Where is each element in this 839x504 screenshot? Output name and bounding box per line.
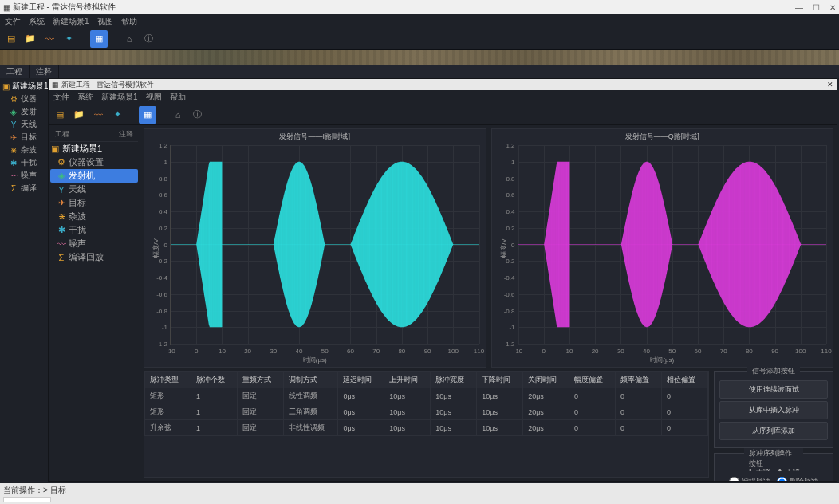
- itb-net-icon[interactable]: ✦: [110, 108, 124, 122]
- tree-item-编译回放[interactable]: Σ编译回放: [50, 250, 138, 264]
- tree-item-目标[interactable]: ✈目标: [2, 131, 45, 144]
- chart-title: 发射信号——Q路[时域]: [492, 129, 833, 144]
- tb-wave-icon[interactable]: 〰: [42, 32, 57, 46]
- tb-info-icon[interactable]: ⓘ: [141, 32, 156, 46]
- btn-insert-pulse[interactable]: 从库中插入脉冲: [719, 401, 828, 419]
- wave-icon: ⋇: [57, 212, 66, 222]
- col-header[interactable]: 脉冲类型: [145, 372, 191, 388]
- window-title: 新建工程 - 雷达信号模拟软件: [13, 2, 116, 13]
- inner-tree-root[interactable]: ▣ 新建场景1: [50, 142, 138, 156]
- gear-icon: ⚙: [57, 158, 66, 167]
- radio-icon: ◈: [57, 171, 66, 181]
- itb-doc-icon[interactable]: ▤: [53, 108, 67, 122]
- plane-icon: ✈: [57, 199, 66, 208]
- menu-scene1[interactable]: 新建场景1: [53, 16, 89, 27]
- tb-home-icon[interactable]: ⌂: [122, 32, 136, 46]
- table-row[interactable]: 矩形1固定线性调频0μs10μs10μs10μs20μs000: [145, 388, 708, 404]
- inner-menubar: 文件 系统 新建场景1 视图 帮助: [49, 90, 837, 104]
- itb-folder-icon[interactable]: 📁: [72, 108, 86, 122]
- tree-item-天线[interactable]: Y天线: [2, 118, 45, 131]
- tree-item-仪器设置[interactable]: ⚙仪器设置: [50, 156, 138, 169]
- menu-help[interactable]: 帮助: [121, 16, 137, 27]
- x-axis-label: 时间(μs): [650, 356, 674, 364]
- inner-tree: 工程 注释 ▣ 新建场景1 ⚙仪器设置◈发射机Y天线✈目标⋇杂波✱干扰〰噪声Σ编…: [49, 125, 140, 481]
- col-header[interactable]: 频率偏置: [616, 372, 662, 388]
- itb-wave-icon[interactable]: 〰: [91, 108, 105, 122]
- satellite-strip: [0, 49, 839, 65]
- col-header[interactable]: 调制方式: [283, 372, 338, 388]
- menu-system[interactable]: 系统: [29, 16, 45, 27]
- app-icon: ▦: [3, 3, 10, 12]
- tree-item-发射[interactable]: ◈发射: [2, 105, 45, 118]
- tree-item-干扰[interactable]: ✱干扰: [2, 156, 45, 169]
- col-header[interactable]: 相位偏置: [661, 372, 707, 388]
- tb-folder-icon[interactable]: 📁: [23, 32, 37, 46]
- btn-add-seq[interactable]: 从序列库添加: [719, 422, 828, 440]
- tree-item-仪器[interactable]: ⚙仪器: [2, 93, 45, 105]
- inner-menu-system[interactable]: 系统: [77, 92, 93, 103]
- tab-project[interactable]: 工程: [0, 65, 30, 78]
- plane-icon: ✈: [9, 132, 18, 142]
- gear-icon: ⚙: [9, 94, 18, 104]
- inner-window-title: 新建工程 - 雷达信号模拟软件: [61, 80, 154, 90]
- col-header[interactable]: 幅度偏置: [569, 372, 616, 388]
- col-header[interactable]: 重频方式: [237, 372, 283, 388]
- menu-file[interactable]: 文件: [5, 16, 21, 27]
- radio-delete-pulse[interactable]: 删除脉冲: [777, 477, 818, 481]
- tree-item-编译[interactable]: Σ编译: [2, 182, 45, 195]
- col-header[interactable]: 下降时间: [477, 372, 523, 388]
- itb-home-icon[interactable]: ⌂: [171, 108, 185, 122]
- maximize-icon[interactable]: ☐: [813, 3, 820, 12]
- outer-panel-tabs: 工程 注释: [0, 65, 839, 78]
- inner-menu-help[interactable]: 帮助: [170, 92, 186, 103]
- outer-toolbar: ▤ 📁 〰 ✦ ▦ ⌂ ⓘ: [0, 29, 839, 49]
- tb-grid-icon[interactable]: ▦: [90, 30, 108, 48]
- tree-item-发射机[interactable]: ◈发射机: [50, 169, 138, 183]
- chart-i[interactable]: 发射信号——I路[时域]幅度/V-1.2-1-0.8-0.6-0.4-0.200…: [144, 128, 486, 368]
- table-row[interactable]: 升余弦1固定非线性调频0μs10μs10μs10μs20μs000: [145, 420, 708, 436]
- tree-item-杂波[interactable]: ⋇杂波: [2, 144, 45, 156]
- table-row[interactable]: 矩形1固定三角调频0μs10μs10μs10μs20μs000: [145, 404, 708, 420]
- tree-item-噪声[interactable]: 〰噪声: [50, 237, 138, 250]
- col-header[interactable]: 上升时间: [384, 372, 431, 388]
- col-header[interactable]: 脉冲个数: [191, 372, 237, 388]
- inner-close-icon[interactable]: ✕: [827, 81, 833, 89]
- noise-icon: 〰: [57, 239, 66, 249]
- close-icon[interactable]: ✕: [829, 3, 836, 12]
- tree-item-目标[interactable]: ✈目标: [50, 196, 138, 210]
- col-header[interactable]: 脉冲宽度: [431, 372, 477, 388]
- inner-tab-project[interactable]: 工程: [50, 128, 74, 141]
- tree-item-干扰[interactable]: ✱干扰: [50, 223, 138, 237]
- minimize-icon[interactable]: —: [795, 3, 803, 12]
- outer-tree: ▣ 新建场景1 ⚙仪器◈发射Y天线✈目标⋇杂波✱干扰〰噪声Σ编译: [0, 78, 48, 483]
- inner-menu-scene1[interactable]: 新建场景1: [101, 92, 138, 103]
- col-header[interactable]: 延迟时间: [338, 372, 384, 388]
- tb-net-icon[interactable]: ✦: [61, 32, 76, 46]
- itb-grid-icon[interactable]: ▦: [139, 106, 156, 124]
- chart-title: 发射信号——I路[时域]: [144, 129, 486, 144]
- status-input[interactable]: [3, 497, 51, 502]
- tree-root[interactable]: ▣ 新建场景1: [2, 80, 45, 93]
- inner-tab-notes[interactable]: 注释: [114, 128, 138, 141]
- app-icon: ▦: [52, 81, 59, 89]
- plot-area: -1.2-1-0.8-0.6-0.4-0.200.20.40.60.811.2-…: [518, 145, 827, 345]
- radio-edit-pulse[interactable]: 编辑脉冲: [729, 477, 770, 481]
- x-axis-label: 时间(μs): [303, 356, 327, 364]
- tree-item-天线[interactable]: Y天线: [50, 183, 138, 196]
- btn-use-cw[interactable]: 使用连续波面试: [719, 380, 828, 399]
- tab-notes[interactable]: 注释: [30, 65, 59, 78]
- antenna-icon: Y: [57, 185, 66, 195]
- inner-menu-file[interactable]: 文件: [53, 92, 69, 103]
- menu-view[interactable]: 视图: [97, 16, 113, 27]
- outer-menubar: 文件 系统 新建场景1 视图 帮助: [0, 14, 839, 29]
- plot-area: -1.2-1-0.8-0.6-0.4-0.200.20.40.60.811.2-…: [170, 145, 479, 345]
- tb-doc-icon[interactable]: ▤: [4, 32, 18, 46]
- pulse-table[interactable]: 脉冲类型脉冲个数重频方式调制方式延迟时间上升时间脉冲宽度下降时间关闭时间幅度偏置…: [144, 371, 709, 478]
- tree-item-噪声[interactable]: 〰噪声: [2, 169, 45, 182]
- tree-item-杂波[interactable]: ⋇杂波: [50, 210, 138, 223]
- col-header[interactable]: 关闭时间: [523, 372, 569, 388]
- inner-menu-view[interactable]: 视图: [146, 92, 162, 103]
- chart-icon: ▣: [50, 144, 60, 154]
- chart-q[interactable]: 发射信号——Q路[时域]幅度/V-1.2-1-0.8-0.6-0.4-0.200…: [491, 128, 834, 368]
- itb-info-icon[interactable]: ⓘ: [190, 108, 204, 122]
